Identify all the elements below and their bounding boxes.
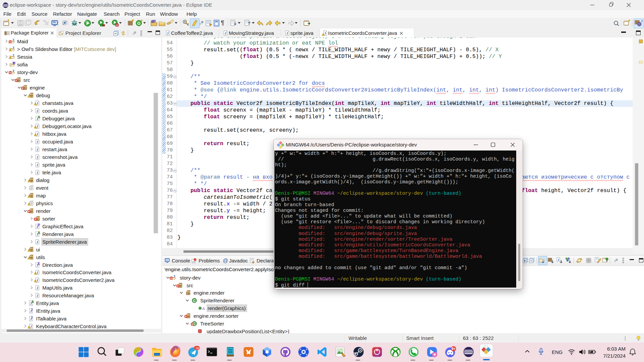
- svg-text:J: J: [641, 19, 642, 23]
- svg-text:..02: ..02: [194, 346, 200, 350]
- svg-text:9+: 9+: [451, 347, 455, 351]
- svg-text:G: G: [137, 21, 141, 26]
